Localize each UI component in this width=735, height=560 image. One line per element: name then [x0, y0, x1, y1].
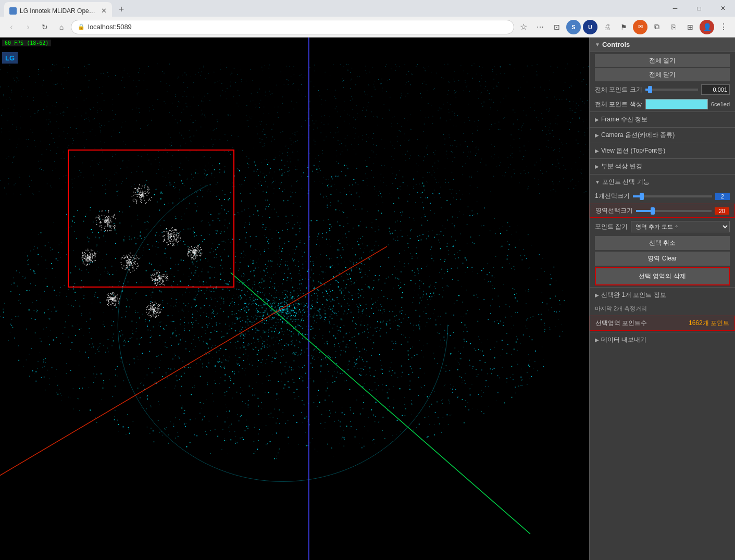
window-controls: ─ □ ✕ — [663, 0, 735, 17]
controls-header: ▼ Controls — [590, 38, 735, 52]
right-panel: ▼ Controls 전체 열기 전체 닫기 전체 포인트 크기 전체 포인트 … — [589, 38, 735, 560]
color-change-label: 부분 색상 변경 — [601, 162, 642, 171]
color-swatch[interactable] — [645, 99, 708, 109]
point-select-section: ▼ 포인트 선택 기능 1개선택크기 2 영역선택크기 20 — [590, 174, 735, 285]
view-options-section: ▶ View 옵션 (Top/Font등) — [590, 143, 735, 158]
url-text: localhost:5089 — [88, 23, 132, 31]
copy-icon[interactable]: ⎘ — [666, 20, 681, 34]
export-expand-icon: ▶ — [595, 337, 599, 343]
lidar-canvas[interactable] — [0, 38, 589, 560]
selected-count-value: 1662개 포인트 — [650, 319, 729, 328]
point-select-expand-icon: ▼ — [595, 179, 600, 185]
single-size-label: 1개선택크기 — [595, 192, 630, 201]
delete-region-button[interactable]: 선택 영역의 삭제 — [595, 267, 730, 285]
color-hex-label: 6ce1ed — [711, 101, 730, 107]
last-distance-row: 마지막 2개 측정거리 — [590, 303, 735, 315]
puzzle-icon[interactable]: ⧉ — [650, 20, 664, 34]
frame-info-label: Frame 수신 정보 — [601, 115, 647, 124]
flag-icon[interactable]: ⚑ — [616, 20, 631, 34]
export-label: 데이터 내보내기 — [601, 335, 646, 344]
selected-count-label: 선택영역 포인트수 — [595, 319, 647, 328]
cancel-selection-button[interactable]: 선택 취소 — [595, 236, 730, 250]
export-section: ▶ 데이터 내보내기 — [590, 332, 735, 347]
back-button[interactable]: ‹ — [4, 20, 19, 34]
reload-button[interactable]: ↻ — [38, 20, 52, 34]
point-select-label: 포인트 선택 기능 — [602, 178, 650, 186]
region-size-label: 영역선택크기 — [595, 206, 633, 215]
browser-tab[interactable]: LG Innotek MLiDAR OpenGL V... ✕ — [4, 2, 112, 17]
point-size-label: 전체 포인트 크기 — [595, 85, 642, 94]
cast-icon[interactable]: ⊡ — [550, 20, 564, 34]
lidar-viewport[interactable]: 60 FPS (18-62) LG — [0, 38, 589, 560]
single-size-value-badge: 2 — [715, 193, 730, 200]
extension-u-icon[interactable]: U — [583, 20, 597, 34]
region-select-size-row: 영역선택크기 20 — [590, 204, 735, 218]
copy2-icon[interactable]: ⊞ — [683, 20, 697, 34]
frame-info-header[interactable]: ▶ Frame 수신 정보 — [590, 112, 735, 127]
single-select-size-row: 1개선택크기 2 — [590, 190, 735, 203]
browser-toolbar: ‹ › ↻ ⌂ 🔒 localhost:5089 ☆ ⋯ ⊡ S U 🖨 ⚑ ✉… — [0, 17, 735, 38]
point-find-row: 포인트 잡기 영역 추가 모드 ÷ — [590, 219, 735, 234]
menu-icon[interactable]: ⋮ — [716, 20, 731, 34]
point-find-label: 포인트 잡기 — [595, 222, 628, 231]
color-change-header[interactable]: ▶ 부분 색상 변경 — [590, 159, 735, 174]
point-size-row: 전체 포인트 크기 — [590, 82, 735, 97]
close-all-button[interactable]: 전체 닫기 — [595, 68, 730, 81]
point-size-input[interactable] — [701, 84, 730, 95]
view-options-header[interactable]: ▶ View 옵션 (Top/Font등) — [590, 143, 735, 158]
title-bar: LG Innotek MLiDAR OpenGL V... ✕ + ─ □ ✕ — [0, 0, 735, 17]
browser-chrome: LG Innotek MLiDAR OpenGL V... ✕ + ─ □ ✕ … — [0, 0, 735, 38]
tab-title: LG Innotek MLiDAR OpenGL V... — [20, 7, 98, 15]
selected-info-expand-icon: ▶ — [595, 292, 599, 298]
view-options-label: View 옵션 (Top/Font등) — [601, 146, 665, 155]
selected-info-label: 선택완 1개 포인트 정보 — [601, 291, 666, 300]
expand-icon: ▶ — [595, 117, 599, 122]
region-size-value-badge: 20 — [715, 207, 729, 215]
close-button[interactable]: ✕ — [711, 0, 735, 17]
color-change-section: ▶ 부분 색상 변경 — [590, 158, 735, 174]
point-color-row: 전체 포인트 색상 6ce1ed — [590, 97, 735, 111]
minimize-button[interactable]: ─ — [663, 0, 687, 17]
lidar-logo: LG — [2, 52, 18, 64]
forward-button[interactable]: › — [21, 20, 35, 34]
point-select-header[interactable]: ▼ 포인트 선택 기능 — [590, 175, 735, 190]
view-expand-icon: ▶ — [595, 148, 599, 154]
extension-orange-icon[interactable]: ✉ — [633, 20, 647, 34]
point-color-label: 전체 포인트 색상 — [595, 100, 642, 109]
selected-info-header[interactable]: ▶ 선택완 1개 포인트 정보 — [590, 288, 735, 303]
bookmark-icon[interactable]: ☆ — [516, 20, 531, 34]
fps-badge: 60 FPS (18-62) — [2, 40, 51, 46]
lock-icon: 🔒 — [78, 23, 85, 30]
frame-info-section: ▶ Frame 수신 정보 — [590, 111, 735, 127]
extensions-icon[interactable]: ⋯ — [533, 20, 547, 34]
color-change-expand-icon: ▶ — [595, 164, 599, 169]
export-header[interactable]: ▶ 데이터 내보내기 — [590, 332, 735, 347]
print-icon[interactable]: 🖨 — [600, 20, 614, 34]
maximize-button[interactable]: □ — [687, 0, 711, 17]
open-all-button[interactable]: 전체 열기 — [595, 54, 730, 67]
clear-region-button[interactable]: 영역 Clear — [595, 252, 730, 266]
camera-options-label: Camera 옵션(카메라 종류) — [601, 131, 675, 140]
controls-title: Controls — [602, 41, 630, 48]
selected-info-section: ▶ 선택완 1개 포인트 정보 — [590, 287, 735, 303]
camera-expand-icon: ▶ — [595, 132, 599, 138]
main-layout: 60 FPS (18-62) LG ▼ Controls 전체 열기 전체 닫기… — [0, 38, 735, 560]
extension-s-icon[interactable]: S — [566, 20, 581, 34]
new-tab-button[interactable]: + — [114, 3, 129, 16]
camera-options-section: ▶ Camera 옵션(카메라 종류) — [590, 127, 735, 143]
tab-favicon — [9, 7, 17, 15]
address-bar[interactable]: 🔒 localhost:5089 — [71, 20, 514, 34]
last-dist-label: 마지막 2개 측정거리 — [595, 305, 647, 312]
point-find-mode-select[interactable]: 영역 추가 모드 ÷ — [631, 221, 730, 232]
selection-box — [68, 150, 234, 288]
profile-icon[interactable]: 👤 — [700, 20, 714, 34]
home-button[interactable]: ⌂ — [54, 20, 69, 34]
camera-options-header[interactable]: ▶ Camera 옵션(카메라 종류) — [590, 128, 735, 143]
tab-close-icon[interactable]: ✕ — [101, 7, 107, 15]
selected-points-row: 선택영역 포인트수 1662개 포인트 — [590, 316, 735, 331]
collapse-arrow-icon: ▼ — [595, 42, 600, 47]
